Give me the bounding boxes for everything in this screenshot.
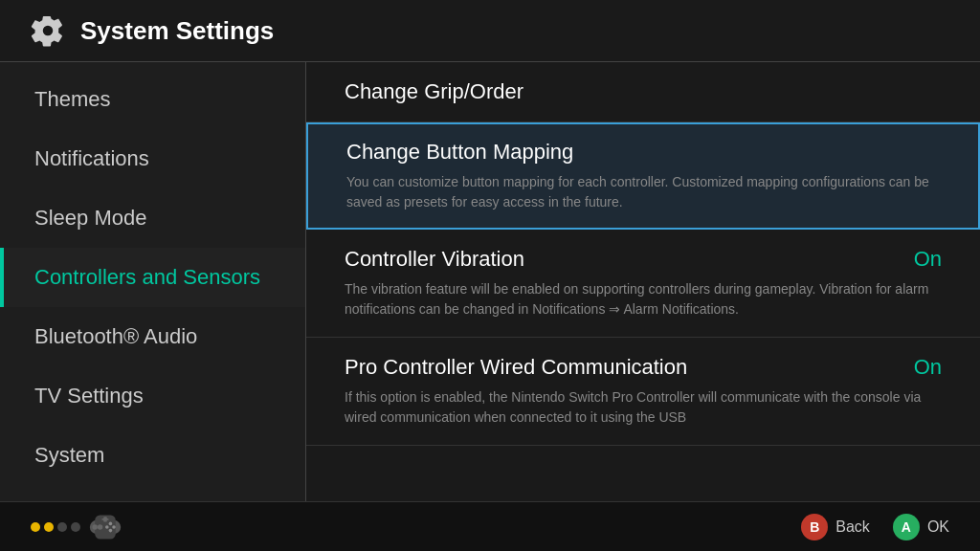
gear-icon [31, 13, 65, 48]
settings-item-change-button-mapping[interactable]: Change Button Mapping You can customize … [306, 122, 980, 230]
settings-item-change-button-mapping-title: Change Button Mapping [346, 140, 573, 165]
dot-1 [31, 522, 40, 532]
settings-item-pro-controller-wired[interactable]: Pro Controller Wired Communication On If… [306, 338, 980, 446]
footer-left [31, 510, 122, 544]
header: System Settings [0, 0, 980, 62]
a-button-icon: A [893, 514, 920, 540]
svg-point-7 [105, 525, 109, 529]
controller-icon [88, 510, 122, 544]
settings-item-controller-vibration-value: On [914, 247, 942, 272]
settings-item-pro-controller-wired-title: Pro Controller Wired Communication [345, 355, 687, 380]
settings-item-change-button-mapping-desc: You can customize button mapping for eac… [346, 172, 940, 212]
dot-4 [71, 522, 80, 532]
right-panel: Change Grip/Order Change Button Mapping … [306, 62, 980, 501]
footer-back-label: Back [835, 518, 870, 536]
sidebar-item-notifications[interactable]: Notifications [0, 129, 305, 188]
sidebar-item-bluetooth-audio[interactable]: Bluetooth® Audio [0, 307, 305, 366]
settings-item-pro-controller-wired-desc: If this option is enabled, the Nintendo … [345, 387, 938, 428]
sidebar-item-sleep-mode[interactable]: Sleep Mode [0, 188, 305, 248]
main-content: Themes Notifications Sleep Mode Controll… [0, 62, 980, 501]
sidebar-item-system[interactable]: System [0, 426, 305, 485]
sidebar-item-tv-settings[interactable]: TV Settings [0, 366, 305, 426]
settings-item-change-button-mapping-header: Change Button Mapping [346, 140, 940, 165]
footer-ok-label: OK [927, 518, 949, 536]
footer-back-button[interactable]: B Back [801, 514, 870, 540]
svg-point-5 [109, 521, 113, 525]
sidebar-item-themes[interactable]: Themes [0, 70, 305, 129]
settings-item-controller-vibration-desc: The vibration feature will be enabled on… [345, 279, 938, 320]
settings-item-pro-controller-wired-header: Pro Controller Wired Communication On [345, 355, 942, 380]
settings-item-pro-controller-wired-value: On [914, 355, 942, 380]
svg-rect-4 [103, 517, 107, 521]
footer-right: B Back A OK [801, 514, 949, 540]
svg-point-10 [93, 524, 98, 529]
b-button-icon: B [801, 514, 828, 540]
footer: B Back A OK [0, 501, 980, 551]
footer-ok-button[interactable]: A OK [893, 514, 949, 540]
settings-item-change-grip-order-header: Change Grip/Order [345, 79, 942, 104]
footer-dots [31, 522, 80, 532]
svg-point-6 [112, 525, 116, 529]
settings-item-controller-vibration-title: Controller Vibration [345, 247, 524, 272]
settings-item-controller-vibration[interactable]: Controller Vibration On The vibration fe… [306, 230, 980, 338]
dot-3 [57, 522, 67, 532]
sidebar: Themes Notifications Sleep Mode Controll… [0, 62, 306, 501]
settings-item-change-grip-order[interactable]: Change Grip/Order [306, 62, 980, 122]
settings-item-change-grip-order-title: Change Grip/Order [345, 79, 523, 104]
dot-2 [44, 522, 54, 532]
svg-point-9 [98, 524, 102, 529]
sidebar-item-controllers-and-sensors[interactable]: Controllers and Sensors [0, 248, 305, 307]
settings-item-controller-vibration-header: Controller Vibration On [345, 247, 942, 272]
svg-point-8 [109, 528, 113, 532]
page-title: System Settings [80, 16, 274, 46]
